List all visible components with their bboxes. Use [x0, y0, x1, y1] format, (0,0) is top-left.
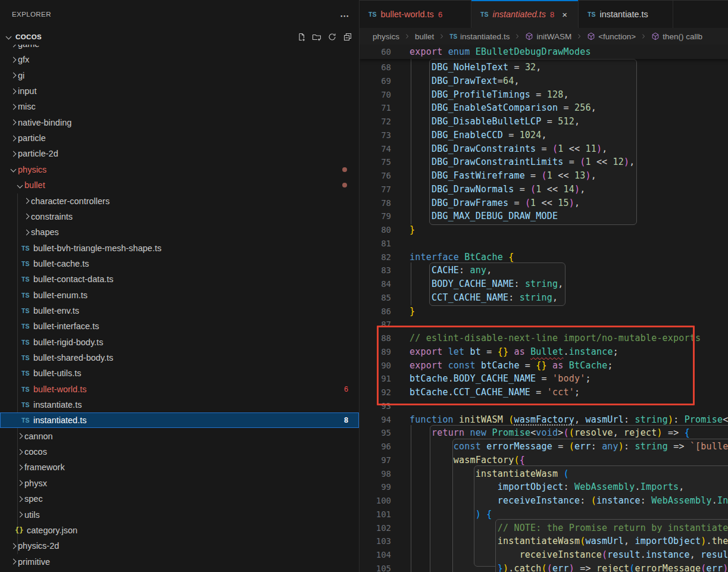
tree-item-bullet-rigid-body.ts[interactable]: TSbullet-rigid-body.ts	[0, 335, 359, 350]
tree-item-bullet-shared-body.ts[interactable]: TSbullet-shared-body.ts	[0, 350, 359, 365]
line-number: 86	[360, 305, 391, 318]
code-line[interactable]: DBG_DrawFrames = (1 << 15),	[410, 196, 580, 210]
tree-item-bullet-contact-data.ts[interactable]: TSbullet-contact-data.ts	[0, 271, 359, 287]
code-line[interactable]: instantiateWasm(wasmUrl, importObject).t…	[410, 535, 728, 548]
tree-item-physx[interactable]: physx	[0, 476, 359, 491]
tree-item-bullet[interactable]: bullet	[0, 177, 359, 193]
code-line[interactable]: // NOTE: the Promise return by instantia…	[410, 521, 728, 535]
code-line[interactable]: DBG_DrawConstraintLimits = (1 << 12),	[410, 155, 635, 169]
new-file-icon[interactable]	[295, 31, 307, 42]
tree-item-misc[interactable]: misc	[0, 99, 359, 114]
code-line[interactable]: CCT_CACHE_NAME: string,	[410, 291, 558, 305]
code-editor[interactable]: 68 DBG_NoHelpText = 32,69 DBG_DrawText=6…	[360, 45, 728, 572]
tree-item-label: instantiate.ts	[33, 400, 82, 410]
code-line[interactable]: DBG_FastWireframe = (1 << 13),	[410, 169, 596, 183]
tree-item-shapes[interactable]: shapes	[0, 224, 359, 240]
code-line[interactable]: receiveInstance(result.instance, resul	[410, 548, 728, 562]
refresh-icon[interactable]	[326, 31, 338, 42]
tree-item-instantiate.ts[interactable]: TSinstantiate.ts	[0, 397, 359, 412]
tree-item-constraints[interactable]: constraints	[0, 209, 359, 224]
breadcrumb-item-4[interactable]: initWASM	[525, 32, 571, 41]
tree-item-primitive[interactable]: primitive	[0, 554, 359, 570]
tree-item-native-binding[interactable]: native-binding	[0, 115, 359, 130]
tree-item-particle-2d[interactable]: particle-2d	[0, 146, 359, 161]
tree-item-bullet-env.ts[interactable]: TSbullet-env.ts	[0, 303, 359, 318]
code-line[interactable]: DBG_DisableBulletLCP = 512,	[410, 115, 580, 129]
tree-item-cannon[interactable]: cannon	[0, 429, 359, 444]
tree-item-gfx[interactable]: gfx	[0, 52, 359, 67]
typescript-file-icon: TS	[21, 292, 33, 299]
tree-item-gi[interactable]: gi	[0, 68, 359, 83]
code-line[interactable]: importObject: WebAssembly.Imports,	[410, 480, 685, 494]
line-number: 94	[360, 413, 391, 427]
code-line[interactable]: BODY_CACHE_NAME: string,	[410, 277, 564, 291]
code-line[interactable]: ) {	[410, 508, 492, 521]
tab-bullet-world.ts[interactable]: TSbullet-world.ts6	[360, 1, 471, 28]
code-line[interactable]: interface BtCache {	[410, 251, 514, 264]
tree-item-framework[interactable]: framework	[0, 460, 359, 475]
code-line[interactable]: DBG_DrawText=64,	[410, 74, 520, 88]
breadcrumb-item-5[interactable]: <function>	[587, 32, 636, 41]
tab-instantiate.ts[interactable]: TSinstantiate.ts	[579, 1, 673, 28]
tree-item-bullet-bvh-triangle-mesh-shape.ts[interactable]: TSbullet-bvh-triangle-mesh-shape.ts	[0, 240, 359, 256]
tree-item-category.json[interactable]: {}category.json	[0, 523, 359, 538]
code-line[interactable]: }	[410, 223, 415, 237]
tree-item-input[interactable]: input	[0, 83, 359, 99]
code-line[interactable]: DBG_MAX_DEBUG_DRAW_MODE	[410, 210, 558, 223]
tree-item-character-controllers[interactable]: character-controllers	[0, 193, 359, 209]
code-line[interactable]: wasmFactory({	[410, 454, 525, 467]
code-line[interactable]: DBG_EnableCCD = 1024,	[410, 129, 547, 142]
tree-item-label: instantiated.ts	[33, 415, 86, 425]
code-line[interactable]: }).catch((err) => reject(errorMessage(er…	[410, 562, 728, 572]
explorer-header: EXPLORER ⋯	[0, 0, 359, 29]
chevron-right-icon	[8, 105, 18, 109]
breadcrumb: physicsbulletTSinstantiated.tsinitWASM<f…	[360, 28, 728, 45]
code-line[interactable]: DBG_DrawNormals = (1 << 14),	[410, 183, 585, 196]
tree-item-bullet-interface.ts[interactable]: TSbullet-interface.ts	[0, 318, 359, 334]
more-actions-icon[interactable]: ⋯	[340, 11, 349, 21]
code-line[interactable]: receiveInstance: (instance: WebAssembly.…	[410, 494, 728, 508]
new-folder-icon[interactable]	[311, 31, 322, 42]
tree-item-utils[interactable]: utils	[0, 507, 359, 523]
tree-item-label: utils	[24, 510, 40, 520]
code-line[interactable]: DBG_EnableSatComparison = 256,	[410, 101, 596, 115]
tab-instantiated.ts[interactable]: TSinstantiated.ts8×	[471, 1, 579, 28]
code-line[interactable]: const errorMessage = (err: any): string …	[410, 440, 728, 454]
code-line[interactable]: DBG_ProfileTimings = 128,	[410, 88, 569, 102]
code-line[interactable]: return new Promise<void>((resolve, rejec…	[410, 426, 690, 440]
chevron-right-icon	[8, 58, 18, 62]
typescript-file-icon: TS	[588, 11, 595, 18]
breadcrumb-item-3[interactable]: TSinstantiated.ts	[449, 32, 510, 41]
chevron-right-icon	[8, 136, 18, 140]
tree-item-bullet-cache.ts[interactable]: TSbullet-cache.ts	[0, 256, 359, 271]
sticky-scroll-line[interactable]: 60export enum EBulletDebugDrawModes	[360, 45, 728, 59]
collapse-folders-icon[interactable]	[342, 31, 353, 42]
breadcrumb-item-6[interactable]: then() callb	[651, 32, 702, 41]
breadcrumb-item-2[interactable]: bullet	[415, 32, 434, 41]
tree-item-label: bullet-contact-data.ts	[33, 274, 114, 284]
tree-item-bullet-enum.ts[interactable]: TSbullet-enum.ts	[0, 287, 359, 303]
line-number: 75	[360, 155, 391, 169]
breadcrumb-item-1[interactable]: physics	[373, 32, 399, 41]
code-line[interactable]: CACHE: any,	[410, 264, 492, 277]
tree-item-instantiated.ts[interactable]: TSinstantiated.ts8	[0, 412, 359, 428]
workspace-section-header[interactable]: COCOS	[0, 29, 359, 45]
tree-item-bullet-world.ts[interactable]: TSbullet-world.ts6	[0, 382, 359, 397]
code-line[interactable]: DBG_DrawConstraints = (1 << 11),	[410, 142, 607, 156]
code-line[interactable]: }	[410, 305, 415, 318]
file-tree: gamegfxgiinputmiscnative-bindingparticle…	[0, 0, 359, 572]
tree-item-spec[interactable]: spec	[0, 491, 359, 507]
close-icon[interactable]: ×	[560, 10, 569, 20]
code-line[interactable]: DBG_NoHelpText = 32,	[410, 61, 542, 74]
code-line[interactable]: instantiateWasm (	[410, 467, 569, 481]
line-number: 79	[360, 210, 391, 223]
tree-item-label: bullet-interface.ts	[33, 321, 99, 331]
tree-item-particle[interactable]: particle	[0, 130, 359, 146]
tree-item-label: category.json	[27, 526, 77, 535]
chevron-right-icon	[15, 497, 24, 501]
tree-item-cocos[interactable]: cocos	[0, 444, 359, 460]
code-line[interactable]: function initWASM (wasmFactory, wasmUrl:…	[410, 413, 728, 427]
tree-item-physics-2d[interactable]: physics-2d	[0, 538, 359, 554]
tree-item-physics[interactable]: physics	[0, 162, 359, 177]
tree-item-bullet-utils.ts[interactable]: TSbullet-utils.ts	[0, 365, 359, 381]
